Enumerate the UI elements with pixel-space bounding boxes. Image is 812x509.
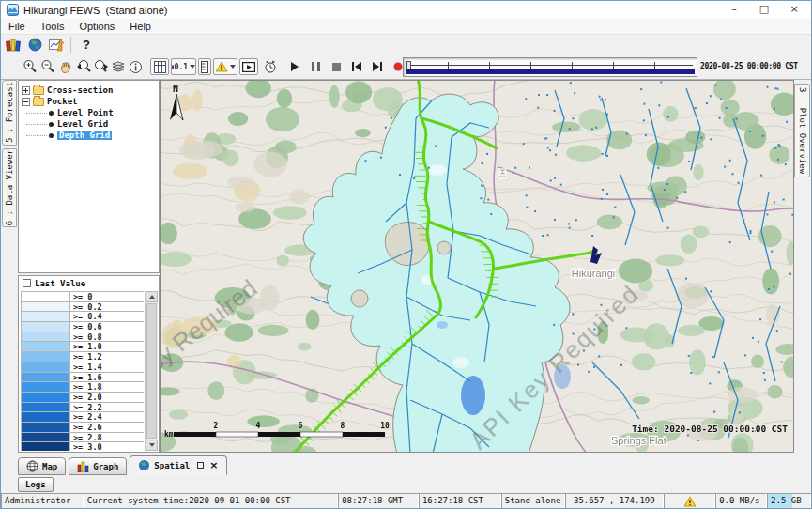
current-datetime: 2020-08-25 00:00:00 CST: [700, 62, 798, 70]
status-local-time: 16:27:18 CST: [419, 493, 501, 509]
info-icon[interactable]: [127, 58, 144, 75]
chart-export-icon[interactable]: [48, 37, 65, 53]
grid-value-dropdown[interactable]: 0.1: [171, 58, 196, 75]
zoom-in-icon[interactable]: [22, 58, 38, 75]
panel-close-icon[interactable]: ×: [209, 461, 218, 470]
play-button[interactable]: [286, 58, 303, 75]
legend-row[interactable]: >= 0.2: [22, 302, 144, 313]
scale-legend-button[interactable]: [198, 58, 211, 75]
legend-row[interactable]: >= 1.8: [22, 382, 144, 393]
tree-connector: [26, 113, 47, 114]
svg-text:4: 4: [256, 422, 261, 430]
title-bar: Hikurangi FEWS (Stand alone) – □ ×: [1, 1, 811, 19]
legend-row[interactable]: >= 2.8: [22, 433, 144, 443]
zoom-out-icon[interactable]: [39, 58, 56, 75]
previous-frame-button[interactable]: [348, 58, 365, 75]
close-button[interactable]: ×: [779, 1, 809, 19]
warning-dropdown[interactable]: [213, 58, 237, 75]
menu-tools[interactable]: Tools: [33, 21, 72, 32]
layers-icon[interactable]: [110, 58, 127, 75]
bullet-icon: [49, 111, 54, 116]
stop-button[interactable]: [328, 58, 345, 75]
globe-icon: [138, 459, 150, 471]
menu-help[interactable]: Help: [122, 21, 159, 32]
legend-row[interactable]: >= 1.4: [22, 362, 144, 373]
menu-options[interactable]: Options: [71, 21, 122, 32]
status-bar: Administrator Current system time:2020-0…: [1, 493, 811, 509]
legend-row[interactable]: >= 0.4: [22, 312, 144, 322]
tree-item-level-grid[interactable]: Level Grid: [19, 118, 159, 130]
legend-threshold-label: >= 0.8: [70, 332, 102, 342]
legend-color-swatch: [22, 412, 70, 422]
legend-row[interactable]: >= 2.2: [22, 403, 144, 413]
minimize-button[interactable]: –: [719, 1, 749, 19]
panel-maximize-icon[interactable]: [197, 462, 204, 469]
collapse-icon[interactable]: [22, 98, 30, 106]
legend-color-swatch: [22, 342, 70, 351]
layers-tree: Cross-section Pocket Level Point Level G…: [18, 80, 160, 273]
chevron-down-icon: [190, 65, 195, 69]
toolbar-separator: [70, 37, 71, 53]
menu-file[interactable]: File: [1, 21, 33, 32]
north-label: N: [173, 84, 178, 94]
legend-color-swatch: [22, 322, 70, 332]
status-gmt-time: 08:27:18 GMT: [338, 493, 419, 509]
tab-data-viewer[interactable]: 6 : Data Viewer: [2, 148, 17, 227]
warning-triangle-icon: [683, 496, 697, 507]
menu-bar: File Tools Options Help: [1, 19, 811, 35]
scroll-thumb[interactable]: [146, 303, 157, 439]
tree-item-cross-section[interactable]: Cross-section: [19, 85, 159, 96]
tab-map[interactable]: Map: [18, 457, 66, 475]
legend-color-swatch: [22, 312, 70, 321]
legend-row[interactable]: >= 0.6: [22, 322, 144, 332]
map-canvas[interactable]: API Key Required API Key Required Hikura…: [160, 80, 794, 453]
legend-color-swatch: [22, 442, 70, 451]
status-user: Administrator: [1, 493, 84, 509]
grid-toggle-button[interactable]: [150, 58, 169, 75]
globe-icon[interactable]: [26, 37, 43, 53]
tab-forecast[interactable]: 5 : Forecast: [2, 80, 17, 146]
database-bars-icon[interactable]: [5, 37, 22, 53]
svg-text:6: 6: [299, 422, 303, 430]
legend-row[interactable]: >= 1.6: [22, 373, 144, 383]
legend-list: >= 0>= 0.2>= 0.4>= 0.6>= 0.8>= 1.0>= 1.2…: [21, 291, 144, 451]
scroll-down-icon[interactable]: [146, 440, 158, 451]
legend-color-swatch: [22, 382, 70, 392]
pan-hand-icon[interactable]: [57, 58, 74, 75]
legend-row[interactable]: >= 2.0: [22, 393, 144, 403]
tab-spatial[interactable]: Spatial ×: [130, 455, 226, 475]
legend-row[interactable]: >= 3.0: [22, 442, 144, 451]
legend-row[interactable]: >= 2.4: [22, 412, 144, 423]
tree-item-level-point[interactable]: Level Point: [19, 107, 159, 118]
svg-text:2: 2: [214, 422, 219, 430]
legend-scrollbar[interactable]: [145, 291, 158, 451]
help-icon[interactable]: ?: [78, 37, 95, 53]
zoom-previous-icon[interactable]: [75, 58, 92, 75]
maximize-button[interactable]: □: [749, 1, 779, 19]
tab-graph[interactable]: Graph: [69, 457, 127, 475]
pause-button[interactable]: [307, 58, 324, 75]
status-memory: 2.5 GB: [767, 493, 811, 509]
animation-settings-icon[interactable]: [262, 58, 279, 75]
status-warning[interactable]: [664, 493, 715, 509]
legend-threshold-label: >= 3.0: [70, 442, 102, 451]
next-frame-button[interactable]: [369, 58, 386, 75]
legend-row[interactable]: >= 0: [22, 292, 144, 302]
time-slider[interactable]: [403, 57, 697, 77]
legend-row[interactable]: >= 1.2: [22, 352, 144, 362]
last-value-checkbox[interactable]: [23, 279, 31, 287]
window-title: Hikurangi FEWS (Stand alone): [23, 5, 167, 16]
expand-icon[interactable]: [22, 86, 30, 95]
tree-item-pocket[interactable]: Pocket: [19, 96, 159, 107]
tab-plot-overview[interactable]: 3 : Plot Overview: [794, 84, 810, 177]
zoom-next-icon[interactable]: [92, 58, 109, 75]
logs-button[interactable]: Logs: [18, 477, 54, 492]
legend-row[interactable]: >= 2.6: [22, 423, 144, 433]
legend-row[interactable]: >= 0.8: [22, 332, 144, 343]
legend-color-swatch: [22, 352, 70, 362]
scroll-up-icon[interactable]: [146, 291, 158, 302]
animation-export-button[interactable]: [239, 58, 258, 75]
legend-threshold-label: >= 0.2: [70, 302, 102, 312]
legend-row[interactable]: >= 1.0: [22, 342, 144, 352]
tree-item-depth-grid[interactable]: Depth Grid: [19, 130, 159, 141]
